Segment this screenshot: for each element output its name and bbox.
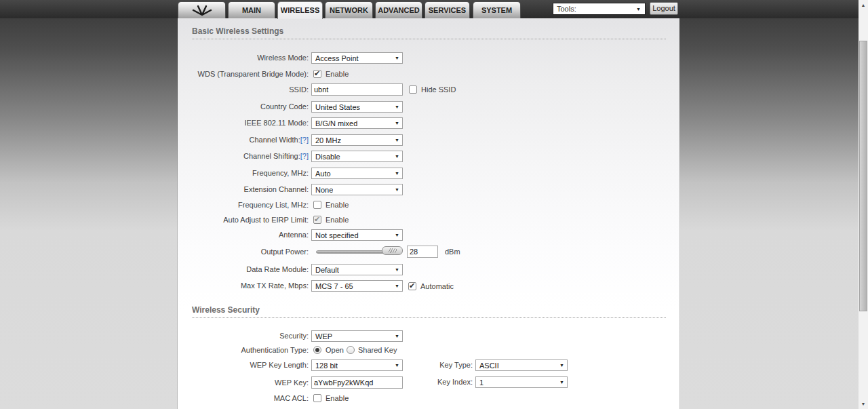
ieee-mode-label: IEEE 802.11 Mode: [178, 117, 309, 129]
security-select[interactable]: WEP ▼ [311, 330, 403, 342]
scroll-down-icon[interactable]: ▼ [859, 399, 868, 409]
key-type-label: Key Type: [381, 359, 473, 371]
auth-type-shared-key-label: Shared Key [358, 346, 397, 355]
tab-services[interactable]: SERVICES [425, 1, 470, 18]
frequency-select[interactable]: Auto ▼ [311, 168, 403, 179]
country-code-value: United States [315, 103, 360, 111]
output-power-label: Output Power: [178, 246, 309, 258]
section-title-basic-wireless-settings: Basic Wireless Settings [192, 26, 666, 39]
ieee-mode-select[interactable]: B/G/N mixed ▼ [311, 117, 403, 129]
ssid-input[interactable] [311, 83, 403, 96]
wds-enable-checkbox[interactable] [313, 70, 321, 78]
antenna-value: Not specified [315, 231, 359, 239]
data-rate-module-select[interactable]: Default ▼ [311, 264, 403, 275]
hide-ssid-checkbox[interactable] [409, 85, 417, 94]
auth-type-open-radio[interactable] [313, 346, 321, 354]
tab-wireless[interactable]: WIRELESS [277, 1, 323, 19]
ieee-mode-value: B/G/N mixed [315, 119, 357, 128]
tab-main[interactable]: MAIN [228, 1, 275, 18]
chevron-down-icon: ▼ [395, 334, 399, 338]
channel-shifting-label: Channel Shifting:[?] [178, 151, 309, 162]
country-code-select[interactable]: United States ▼ [311, 101, 403, 113]
tab-system[interactable]: SYSTEM [473, 1, 521, 18]
channel-width-help-link[interactable]: [?] [300, 136, 309, 144]
security-value: WEP [315, 332, 332, 340]
tools-dropdown-label: Tools: [557, 5, 576, 13]
max-tx-rate-automatic-checkbox[interactable] [408, 282, 416, 290]
output-power-input[interactable] [407, 246, 438, 258]
output-power-slider-handle[interactable] [382, 246, 403, 255]
logout-button[interactable]: Logout [650, 2, 678, 15]
frequency-label: Frequency, MHz: [178, 168, 309, 179]
auth-type-shared-key-radio[interactable] [347, 346, 355, 354]
chevron-down-icon: ▼ [395, 233, 399, 237]
extension-channel-select[interactable]: None ▼ [311, 184, 403, 195]
channel-width-label-text: Channel Width: [250, 136, 300, 144]
antenna-select[interactable]: Not specified ▼ [311, 229, 403, 241]
auth-type-open-label: Open [326, 346, 344, 355]
tab-network[interactable]: NETWORK [325, 1, 373, 18]
tab-logo[interactable] [178, 1, 226, 18]
channel-shifting-label-text: Channel Shifting: [243, 152, 300, 160]
frequency-list-checkbox-label: Enable [326, 201, 349, 210]
extension-channel-value: None [315, 186, 333, 194]
ssid-label: SSID: [178, 83, 309, 96]
chevron-down-icon: ▼ [395, 56, 399, 60]
key-index-label: Key Index: [381, 376, 473, 388]
chevron-down-icon: ▼ [395, 121, 399, 125]
key-index-select[interactable]: 1 ▼ [475, 376, 568, 388]
header-bar: MAIN WIRELESS NETWORK ADVANCED SERVICES … [0, 0, 859, 18]
channel-width-value: 20 MHz [315, 136, 341, 144]
key-type-value: ASCII [479, 362, 499, 370]
scroll-up-icon[interactable]: ▲ [859, 0, 868, 10]
tools-dropdown[interactable]: Tools: ▼ [553, 3, 646, 15]
chevron-down-icon: ▼ [559, 363, 564, 368]
vertical-scrollbar[interactable]: ▲ ▼ [859, 0, 868, 409]
wep-key-length-label: WEP Key Length: [178, 359, 309, 371]
wep-key-label: WEP Key: [178, 376, 309, 389]
wireless-mode-label: Wireless Mode: [178, 52, 309, 64]
chevron-down-icon: ▼ [395, 267, 399, 272]
wds-enable-checkbox-label: Enable [326, 70, 349, 79]
channel-width-select[interactable]: 20 MHz ▼ [311, 134, 403, 146]
chevron-down-icon: ▼ [636, 7, 641, 12]
data-rate-module-label: Data Rate Module: [178, 264, 309, 275]
chevron-down-icon: ▼ [395, 171, 399, 176]
eirp-limit-enable-checkbox[interactable] [313, 216, 321, 224]
max-tx-rate-select[interactable]: MCS 7 - 65 ▼ [311, 280, 403, 292]
frequency-value: Auto [315, 170, 331, 178]
frequency-list-enable-checkbox[interactable] [313, 201, 321, 209]
max-tx-rate-value: MCS 7 - 65 [315, 282, 353, 290]
channel-shifting-select[interactable]: Disable ▼ [311, 151, 403, 162]
frequency-list-label: Frequency List, MHz: [178, 201, 309, 210]
wep-key-length-value: 128 bit [315, 362, 338, 370]
hide-ssid-checkbox-label: Hide SSID [421, 85, 456, 94]
ubnt-logo-icon [192, 4, 212, 16]
mac-acl-checkbox-label: Enable [326, 394, 349, 403]
airos-wireless-page: MAIN WIRELESS NETWORK ADVANCED SERVICES … [0, 0, 868, 409]
chevron-down-icon: ▼ [395, 154, 399, 159]
key-type-select[interactable]: ASCII ▼ [475, 359, 568, 371]
key-index-value: 1 [479, 378, 484, 387]
tab-advanced[interactable]: ADVANCED [375, 1, 422, 18]
data-rate-module-value: Default [315, 266, 339, 274]
channel-shifting-help-link[interactable]: [?] [300, 152, 309, 160]
section-title-wireless-security: Wireless Security [192, 305, 666, 318]
extension-channel-label: Extension Channel: [178, 184, 309, 195]
channel-width-label: Channel Width:[?] [178, 134, 309, 146]
security-label: Security: [178, 330, 309, 342]
chevron-down-icon: ▼ [559, 380, 564, 385]
scrollbar-thumb[interactable] [859, 41, 867, 311]
content-panel: Basic Wireless Settings Wireless Mode: A… [178, 18, 679, 409]
mac-acl-label: MAC ACL: [178, 394, 309, 403]
eirp-limit-checkbox-label: Enable [326, 216, 349, 225]
mac-acl-enable-checkbox[interactable] [313, 394, 321, 402]
antenna-label: Antenna: [178, 229, 309, 241]
max-tx-rate-automatic-label: Automatic [420, 282, 454, 291]
eirp-limit-label: Auto Adjust to EIRP Limit: [178, 216, 309, 225]
chevron-down-icon: ▼ [395, 187, 399, 192]
chevron-down-icon: ▼ [395, 138, 399, 142]
chevron-down-icon: ▼ [395, 104, 399, 109]
wireless-mode-value: Access Point [315, 54, 359, 62]
wireless-mode-select[interactable]: Access Point ▼ [311, 52, 403, 64]
